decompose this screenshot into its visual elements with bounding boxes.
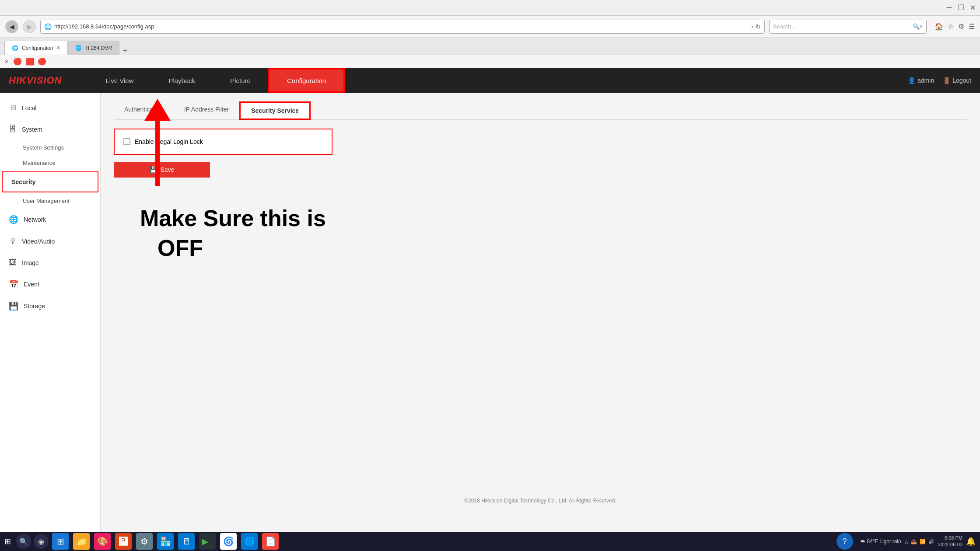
nav-picture[interactable]: Picture	[213, 68, 268, 93]
notification-btn[interactable]: 🔔	[966, 537, 976, 546]
back-button[interactable]: ◀	[5, 20, 18, 33]
tab-close-btn[interactable]: ✕	[56, 45, 60, 51]
refresh-button[interactable]: ↻	[756, 23, 761, 30]
network-sys-icon: 📶	[920, 539, 926, 544]
time-display: 6:08 PM	[938, 535, 962, 541]
windows-icon: ⊞	[57, 536, 64, 547]
sidebar-item-system[interactable]: 🗄 System	[0, 119, 100, 140]
start-button[interactable]: ⊞	[4, 537, 11, 546]
tab-icon-2: 🌐	[75, 45, 82, 51]
nav-configuration[interactable]: Configuration	[268, 68, 345, 93]
sound-icon[interactable]: 🔊	[928, 539, 934, 544]
sidebar-sub-user-management[interactable]: User Management	[0, 193, 100, 209]
restore-btn[interactable]: ❒	[958, 3, 964, 12]
taskbar-app-chrome[interactable]: 🌀	[220, 533, 237, 550]
tab-configuration[interactable]: 🌐 Configuration ✕	[4, 41, 68, 55]
new-tab-button[interactable]: +	[123, 47, 127, 55]
admin-label: admin	[917, 77, 934, 84]
main-content: Authentication IP Address Filter Securit…	[101, 93, 980, 532]
titlebar-controls[interactable]: ─ ❒ ✕	[947, 3, 976, 12]
sidebar-item-image[interactable]: 🖼 Image	[0, 252, 100, 273]
taskbar-app-acrobat[interactable]: 📄	[262, 533, 279, 550]
browser-titlebar: ─ ❒ ✕	[0, 0, 980, 16]
user-management-label: User Management	[23, 198, 70, 204]
search-icon[interactable]: 🔍	[913, 23, 920, 30]
admin-user[interactable]: 👤 admin	[908, 77, 934, 84]
sidebar-item-storage[interactable]: 💾 Storage	[0, 295, 100, 317]
paint-icon: 🎨	[97, 536, 108, 547]
menu-icon[interactable]: ☰	[969, 22, 975, 31]
search-placeholder: Search...	[773, 23, 913, 30]
gear-icon[interactable]: ⚙	[958, 22, 964, 31]
taskbar-help-btn[interactable]: ?	[836, 533, 853, 550]
star-icon[interactable]: ☆	[948, 22, 954, 31]
bookmark-bar: ✕ 🔴 🟥 🔴	[0, 55, 980, 68]
illegal-login-checkbox[interactable]	[123, 138, 130, 145]
taskbar-app-paint[interactable]: 🎨	[94, 533, 111, 550]
local-icon: 🖥	[9, 103, 17, 112]
back-icon: ◀	[10, 23, 14, 30]
tab-h264dvr[interactable]: 🌐 H.264 DVR	[68, 41, 119, 55]
home-icon[interactable]: 🏠	[934, 22, 943, 31]
sidebar-item-video-audio[interactable]: 🎙 Video/Audio	[0, 230, 100, 252]
app-logo: HIKVISION	[9, 75, 62, 86]
taskbar-app-windows[interactable]: ⊞	[52, 533, 69, 550]
bookmark-icon-1[interactable]: 🔴	[13, 57, 22, 66]
sidebar-item-local[interactable]: 🖥 Local	[0, 97, 100, 119]
forward-button[interactable]: ▶	[23, 20, 36, 33]
taskbar-search-btn[interactable]: 🔍	[16, 534, 31, 549]
taskbar-app-ppt[interactable]: 🅿	[115, 533, 132, 550]
bookmark-icon-3[interactable]: 🔴	[38, 57, 46, 66]
close-btn[interactable]: ✕	[970, 3, 976, 12]
taskbar-app-ie[interactable]: 🌐	[241, 533, 258, 550]
sidebar-sub-maintenance[interactable]: Maintenance	[0, 155, 100, 171]
taskbar-app-cmd[interactable]: ▶_	[199, 533, 216, 550]
cmd-icon: ▶_	[202, 536, 213, 547]
footer-text: ©2018 Hikvision Digital Technology Co., …	[464, 498, 616, 504]
nav-playback[interactable]: Playback	[151, 68, 213, 93]
nav-configuration-label: Configuration	[287, 77, 326, 84]
sidebar-label-video-audio: Video/Audio	[22, 238, 55, 245]
sidebar-label-security: Security	[11, 178, 35, 185]
ie-icon: 🌐	[244, 536, 255, 547]
red-arrow	[140, 99, 175, 195]
address-bar[interactable]: 🌐 http://192.168.8.64/doc/page/config.as…	[40, 20, 765, 34]
task-view-btn[interactable]: ◉	[34, 534, 49, 549]
annotation-container: Make Sure this is OFF	[114, 204, 967, 263]
sidebar-label-system: System	[22, 126, 42, 133]
taskbar-app-folder[interactable]: 📁	[73, 533, 90, 550]
taskbar-app-rdp[interactable]: 🖥	[178, 533, 195, 550]
nav-right: 👤 admin 🚪 Logout	[908, 77, 971, 84]
taskbar-app-store[interactable]: 🏪	[157, 533, 174, 550]
tab-ip-address-filter[interactable]: IP Address Filter	[174, 101, 239, 120]
chrome-icon: 🌀	[223, 536, 234, 547]
sidebar-item-event[interactable]: 📅 Event	[0, 273, 100, 295]
event-icon: 📅	[9, 279, 18, 289]
annotation-text: Make Sure this is OFF	[140, 204, 967, 263]
weather-text: 84°F Light rain	[867, 538, 901, 544]
sidebar: 🖥 Local 🗄 System System Settings Mainten…	[0, 93, 101, 532]
nav-items: Live View Playback Picture Configuration	[88, 68, 908, 93]
tab-security-service[interactable]: Security Service	[239, 101, 311, 120]
bookmark-close-btn[interactable]: ✕	[4, 59, 9, 65]
logout-icon: 🚪	[943, 77, 950, 84]
svg-marker-1	[144, 99, 171, 121]
logout-btn[interactable]: 🚪 Logout	[943, 77, 971, 84]
sidebar-item-security[interactable]: Security	[2, 171, 98, 192]
admin-icon: 👤	[908, 77, 915, 84]
tab-security-service-label: Security Service	[251, 107, 299, 114]
bookmark-icons: 🔴 🟥 🔴	[13, 57, 46, 66]
ppt-icon: 🅿	[119, 537, 128, 547]
sidebar-sub-system-settings[interactable]: System Settings	[0, 140, 100, 155]
tab-label: Configuration	[22, 45, 53, 51]
taskbar-app-settings[interactable]: ⚙	[136, 533, 153, 550]
minimize-btn[interactable]: ─	[947, 3, 952, 12]
bookmark-icon-2[interactable]: 🟥	[25, 57, 34, 66]
sidebar-item-network[interactable]: 🌐 Network	[0, 209, 100, 230]
search-bar[interactable]: Search... 🔍 ▾	[769, 20, 927, 34]
nav-live-view[interactable]: Live View	[88, 68, 151, 93]
content-tabs: Authentication IP Address Filter Securit…	[114, 101, 967, 120]
svg-rect-0	[155, 116, 160, 186]
taskbar-right: 🌧 84°F Light rain △ 📥 📶 🔊 6:08 PM 2022-0…	[860, 535, 976, 548]
taskbar: ⊞ 🔍 ◉ ⊞ 📁 🎨 🅿 ⚙ 🏪 🖥 ▶_ 🌀 🌐 📄 ?	[0, 532, 980, 551]
